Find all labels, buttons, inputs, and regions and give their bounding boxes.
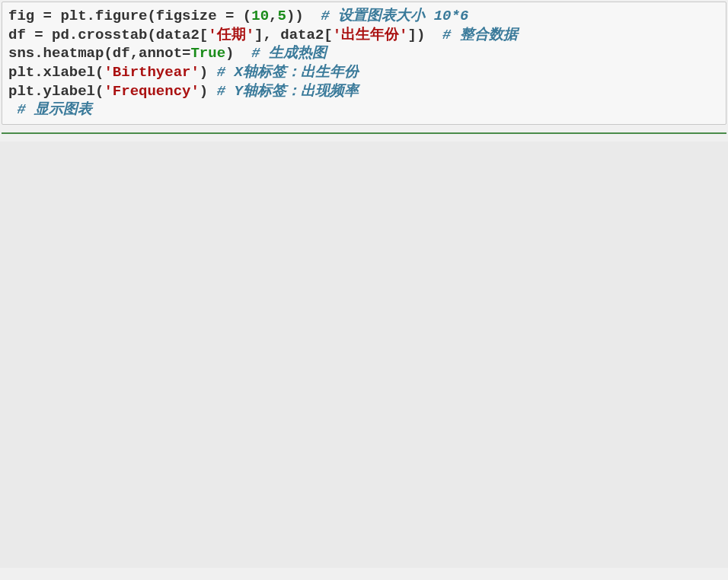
code-cell[interactable]: fig = plt.figure(figsize = (10,5)) # 设置图… bbox=[2, 2, 726, 125]
code-line-3: sns.heatmap(df,annot=True) # 生成热图 bbox=[8, 45, 327, 62]
code-line-5: plt.ylabel('Frequency') # Y轴标签：出现频率 bbox=[8, 83, 359, 100]
output-divider bbox=[2, 132, 726, 134]
output-area bbox=[0, 142, 728, 568]
code-line-1: fig = plt.figure(figsize = (10,5)) # 设置图… bbox=[8, 8, 468, 24]
code-line-6: # 显示图表 bbox=[8, 101, 92, 118]
code-line-4: plt.xlabel('Birthyear') # X轴标签：出生年份 bbox=[8, 64, 359, 81]
code-content: fig = plt.figure(figsize = (10,5)) # 设置图… bbox=[8, 7, 720, 120]
code-line-2: df = pd.crosstab(data2['任期'], data2['出生年… bbox=[8, 27, 518, 43]
